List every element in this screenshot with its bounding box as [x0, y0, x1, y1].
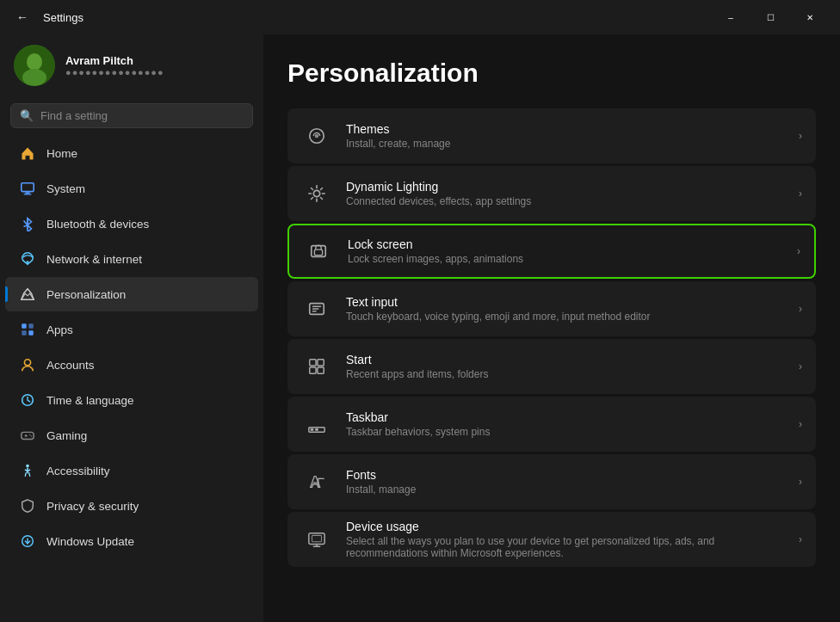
sidebar-item-label: Gaming — [46, 429, 87, 442]
chevron-right-icon: › — [799, 188, 802, 200]
svg-line-32 — [320, 197, 322, 199]
svg-point-14 — [24, 360, 30, 366]
settings-item-fonts[interactable]: Fonts Install, manage › — [287, 454, 816, 509]
svg-rect-46 — [311, 428, 314, 431]
settings-item-subtitle: Install, manage — [346, 483, 792, 496]
svg-rect-3 — [22, 183, 34, 192]
close-button[interactable]: ✕ — [790, 3, 830, 31]
chevron-right-icon: › — [799, 130, 802, 142]
settings-list: Themes Install, create, manage › Dynamic… — [287, 108, 816, 567]
chevron-right-icon: › — [799, 418, 802, 430]
svg-rect-50 — [309, 533, 324, 545]
settings-item-text: Lock screen Lock screen images, apps, an… — [348, 237, 790, 265]
sidebar-item-bluetooth[interactable]: Bluetooth & devices — [5, 206, 258, 241]
sidebar-item-label: Accessibility — [46, 465, 110, 477]
svg-point-1 — [27, 53, 42, 71]
settings-item-subtitle: Select all the ways you plan to use your… — [346, 535, 792, 559]
settings-item-title: Dynamic Lighting — [346, 180, 792, 194]
user-email: ●●●●●●●●●●●●●●● — [65, 67, 164, 77]
sidebar-item-label: Network & internet — [46, 253, 142, 266]
svg-point-21 — [26, 465, 29, 468]
sidebar-item-apps[interactable]: Apps — [5, 312, 258, 347]
settings-item-subtitle: Install, create, manage — [346, 138, 792, 150]
search-box[interactable]: 🔍 — [10, 103, 253, 128]
settings-item-text: Themes Install, create, manage — [346, 122, 792, 150]
svg-rect-36 — [314, 249, 322, 255]
chevron-right-icon: › — [799, 476, 802, 488]
page-title: Personalization — [287, 59, 816, 88]
themes-icon — [301, 120, 332, 151]
user-profile[interactable]: Avram Piltch ●●●●●●●●●●●●●●● — [0, 34, 263, 100]
privacy-icon — [19, 497, 36, 514]
apps-icon — [19, 321, 36, 338]
settings-item-lock-screen[interactable]: Lock screen Lock screen images, apps, an… — [287, 224, 816, 279]
settings-item-dynamic-lighting[interactable]: Dynamic Lighting Connected devices, effe… — [287, 166, 816, 221]
svg-point-19 — [29, 434, 30, 435]
network-icon — [19, 250, 36, 268]
dynamic-lighting-icon — [301, 178, 332, 209]
svg-rect-13 — [28, 330, 33, 335]
app-body: Avram Piltch ●●●●●●●●●●●●●●● 🔍 Home Syst… — [0, 34, 840, 622]
accessibility-icon — [19, 462, 36, 479]
search-icon: 🔍 — [20, 109, 34, 122]
svg-rect-12 — [22, 330, 26, 335]
settings-item-title: Text input — [346, 295, 792, 309]
start-icon — [301, 351, 332, 382]
user-name: Avram Piltch — [65, 54, 164, 67]
back-button[interactable]: ← — [10, 5, 34, 29]
sidebar-item-accessibility[interactable]: Accessibility — [5, 453, 258, 488]
settings-item-text-input[interactable]: Text input Touch keyboard, voice typing,… — [287, 281, 816, 336]
svg-rect-47 — [315, 428, 318, 431]
sidebar-item-label: Accounts — [46, 359, 95, 372]
main-content: Personalization Themes Install, create, … — [263, 34, 840, 622]
sidebar-item-label: Privacy & security — [46, 500, 139, 513]
settings-item-subtitle: Recent apps and items, folders — [346, 368, 792, 380]
settings-item-title: Start — [346, 353, 792, 366]
nav-list: Home System Bluetooth & devices Network … — [0, 135, 263, 559]
svg-rect-42 — [318, 360, 324, 366]
sidebar-item-gaming[interactable]: Gaming — [5, 418, 258, 453]
settings-item-themes[interactable]: Themes Install, create, manage › — [287, 108, 816, 163]
sidebar-item-label: Home — [46, 147, 77, 160]
svg-line-34 — [311, 197, 312, 199]
sidebar-item-accounts[interactable]: Accounts — [5, 348, 258, 382]
app-title: Settings — [43, 11, 83, 24]
chevron-right-icon: › — [799, 533, 802, 545]
sidebar-item-network[interactable]: Network & internet — [5, 242, 258, 276]
sidebar-item-time[interactable]: Time & language — [5, 383, 258, 417]
sidebar-item-update[interactable]: Windows Update — [5, 524, 258, 558]
sidebar-item-system[interactable]: System — [5, 171, 258, 206]
search-input[interactable] — [40, 109, 244, 122]
settings-item-text: Text input Touch keyboard, voice typing,… — [346, 295, 792, 323]
settings-item-text: Start Recent apps and items, folders — [346, 353, 792, 380]
sidebar-item-label: Apps — [46, 323, 73, 336]
settings-item-start[interactable]: Start Recent apps and items, folders › — [287, 339, 816, 394]
svg-rect-43 — [310, 367, 316, 373]
sidebar-item-privacy[interactable]: Privacy & security — [5, 489, 258, 523]
settings-item-taskbar[interactable]: Taskbar Taskbar behaviors, system pins › — [287, 397, 816, 452]
minimize-button[interactable]: – — [711, 3, 750, 31]
sidebar-item-personalization[interactable]: Personalization — [5, 277, 258, 311]
lock-screen-icon — [303, 236, 334, 267]
sidebar-item-label: Bluetooth & devices — [46, 218, 149, 231]
device-usage-icon — [301, 524, 332, 555]
settings-item-text: Device usage Select all the ways you pla… — [346, 520, 792, 559]
settings-item-title: Fonts — [346, 468, 792, 482]
svg-rect-10 — [22, 323, 26, 328]
fonts-icon — [301, 466, 332, 497]
bluetooth-icon — [19, 215, 36, 232]
window-controls: – ☐ ✕ — [711, 3, 830, 31]
title-bar: ← Settings – ☐ ✕ — [0, 0, 840, 34]
svg-point-26 — [313, 190, 319, 196]
svg-point-25 — [315, 134, 319, 139]
maximize-button[interactable]: ☐ — [750, 3, 790, 31]
svg-line-31 — [311, 188, 312, 189]
settings-item-text: Taskbar Taskbar behaviors, system pins — [346, 410, 792, 438]
chevron-right-icon: › — [799, 360, 802, 373]
personalization-icon — [19, 286, 36, 303]
chevron-right-icon: › — [799, 303, 802, 315]
settings-item-title: Taskbar — [346, 410, 792, 424]
sidebar-item-home[interactable]: Home — [5, 136, 258, 170]
settings-item-device-usage[interactable]: Device usage Select all the ways you pla… — [287, 512, 816, 567]
sidebar-item-label: System — [46, 182, 85, 195]
